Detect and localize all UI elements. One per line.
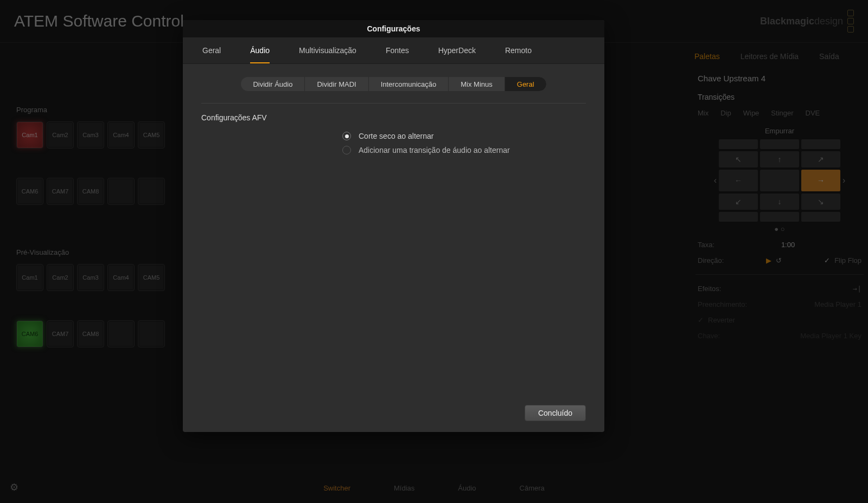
seg-talkback[interactable]: Intercomunicação [369,77,449,91]
modal-tabs: Geral Áudio Multivisualização Fontes Hyp… [183,37,604,64]
seg-split-madi[interactable]: Dividir MADI [305,77,368,91]
radio-hard-cut[interactable]: Corte seco ao alternar [342,132,586,140]
afv-settings-title: Configurações AFV [201,113,586,122]
settings-modal: Configurações Geral Áudio Multivisualiza… [183,20,604,432]
done-button[interactable]: Concluído [525,405,586,421]
audio-segmented-control: Dividir Áudio Dividir MADI Intercomunica… [241,77,546,91]
tab-audio[interactable]: Áudio [250,37,270,63]
seg-mix-minus[interactable]: Mix Minus [449,77,505,91]
tab-fontes[interactable]: Fontes [386,37,409,63]
radio-off-icon [342,146,351,154]
tab-geral[interactable]: Geral [202,37,221,63]
tab-hyperdeck[interactable]: HyperDeck [438,37,476,63]
tab-multiview[interactable]: Multivisualização [299,37,356,63]
radio-add-transition[interactable]: Adicionar uma transição de áudio ao alte… [342,146,586,154]
seg-split-audio[interactable]: Dividir Áudio [241,77,305,91]
seg-geral[interactable]: Geral [505,77,546,91]
tab-remoto[interactable]: Remoto [505,37,532,63]
modal-title: Configurações [183,20,604,37]
radio-on-icon [342,132,351,140]
